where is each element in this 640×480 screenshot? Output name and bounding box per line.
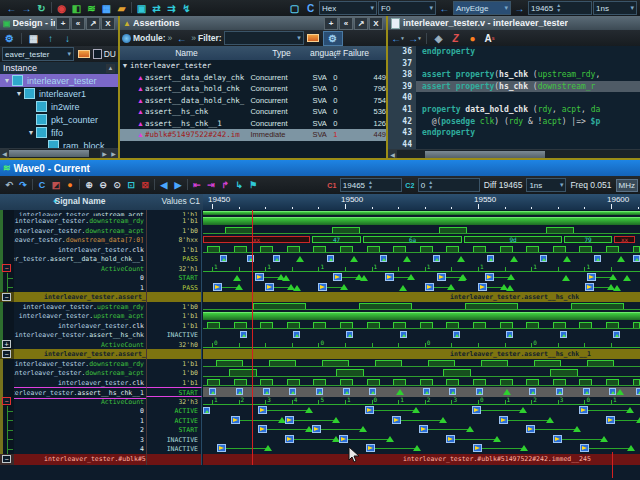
waveform-icon[interactable]: ≋ [84, 2, 99, 15]
rise-edge-icon[interactable]: ↱ [218, 179, 232, 192]
design-button-2[interactable]: ↗ [86, 17, 100, 30]
assertion-group-row[interactable]: ▼interleaver_tester [120, 60, 386, 72]
signal-name-cell[interactable]: ActiveCount [14, 264, 146, 274]
signal-name-cell[interactable]: interleaver_tester.assert__hs_chk__1 [14, 349, 146, 359]
code-line-39[interactable]: 39assert property(hs_chk (downstream_r [388, 81, 640, 93]
signal-name-cell[interactable]: 3 [14, 435, 146, 445]
zoom-cursor-icon[interactable]: ⊡ [124, 179, 138, 192]
scroll-up-icon[interactable]: ▲ [106, 64, 115, 73]
code-line-37[interactable]: 37 [388, 58, 640, 70]
wave-row[interactable]: +interleaver_tester.downstream_data[7:0]… [0, 235, 640, 245]
signal-wave-cell[interactable] [203, 368, 640, 378]
wave-row[interactable]: interleaver_tester.downstream_rdy1'b1 [0, 359, 640, 369]
signal-wave-cell[interactable] [203, 226, 640, 236]
signal-name-cell[interactable]: 1 [14, 283, 146, 293]
eraser-icon[interactable] [306, 32, 321, 45]
assertion-row[interactable]: ▲assert__data_hold_chkConcurrentSVA0796 [120, 83, 386, 95]
trace-icon[interactable]: Z [448, 32, 463, 45]
code-line-41[interactable]: 41property data_hold_chk (rdy, acpt, da [388, 104, 640, 116]
expand-icon[interactable]: − [2, 397, 11, 405]
tree-caret[interactable]: ▼ [26, 129, 36, 136]
wave-row[interactable]: 4INACTIVE [0, 444, 640, 454]
sidebar-item-fifo[interactable]: ▼fifo [0, 126, 118, 139]
time-ruler[interactable]: 19450195001955019600 [203, 194, 640, 210]
bookmark-icon[interactable]: ◈ [431, 32, 446, 45]
signal-name-cell[interactable]: interleaver_tester.assert__hs_chk [14, 292, 146, 302]
signal-name-cell[interactable]: interleaver_tester.clk [14, 321, 146, 331]
nav-forward-icon[interactable]: →▾ [407, 32, 422, 45]
expand-icon[interactable]: − [2, 350, 11, 358]
wave-row[interactable]: interleaver_tester.clk1'b1 [0, 378, 640, 388]
time-unit-select[interactable]: 1ns▾ [593, 1, 637, 15]
signal-wave-cell[interactable] [203, 245, 640, 255]
expand-icon[interactable]: − [2, 293, 11, 301]
breakpoint-icon[interactable]: ◧ [69, 2, 84, 15]
undo-icon[interactable]: ↶ [2, 179, 16, 192]
edge-mode-select[interactable]: AnyEdge▾ [453, 1, 511, 15]
eraser-icon[interactable] [76, 48, 91, 61]
wave-row[interactable]: 0ACTIVE [0, 406, 640, 416]
run-icon[interactable]: ◉ [54, 2, 69, 15]
back-arrow[interactable]: ← [4, 2, 19, 15]
search-back-icon[interactable]: ← [437, 2, 452, 15]
sidebar-item-interleaver_tester[interactable]: ▼interleaver_tester [0, 74, 118, 87]
design-titlebar[interactable]: ▣ Design - interle +«↗X [0, 16, 118, 30]
gear-icon[interactable]: ⚙ [2, 32, 17, 45]
wave-row[interactable]: −ActiveCount32'h31234510123012301 [0, 397, 640, 407]
signal-wave-cell[interactable]: 0000 [203, 340, 640, 350]
wave-row[interactable]: interleaver_tester.upstream_rdy1'b0 [0, 302, 640, 312]
sidebar-item-interleaver1[interactable]: ▼interleaver1 [0, 87, 118, 100]
line-number[interactable]: 39 [388, 81, 416, 93]
zoom-range-icon[interactable]: ⊠ [138, 179, 152, 192]
signal-wave-cell[interactable] [203, 378, 640, 388]
assertions-button-3[interactable]: X [369, 17, 383, 30]
prev-edge-icon[interactable]: ⇤ [190, 179, 204, 192]
forward-arrow[interactable]: → [19, 2, 34, 15]
code-line-38[interactable]: 38assert property(hs_chk (upstream_rdy, [388, 69, 640, 81]
wave-unit-select[interactable]: 1ns▾ [526, 178, 566, 192]
signal-wave-cell[interactable] [203, 254, 640, 264]
signal-name-cell[interactable]: interleaver_tester.clk [14, 245, 146, 255]
sync-icon[interactable]: ⇉ [164, 2, 179, 15]
expand-icon[interactable]: − [2, 455, 11, 463]
signal-wave-cell[interactable] [203, 311, 640, 321]
assertion-row[interactable]: ▲assert__data_delay_chkConcurrentSVA0449 [120, 72, 386, 84]
signal-name-cell[interactable]: interleaver_tester.upstream_rdy [14, 302, 146, 312]
up-arrow-icon[interactable]: ↑ [43, 32, 58, 45]
signal-name-cell[interactable]: 4 [14, 444, 146, 454]
select-region-icon[interactable]: ▢ [287, 2, 302, 15]
signal-name-cell[interactable]: 0 [14, 406, 146, 416]
splitter-vertical-2[interactable] [386, 16, 388, 158]
sidebar-item-in2wire[interactable]: in2wire [0, 100, 118, 113]
tree-caret[interactable]: ▼ [14, 90, 24, 97]
line-number[interactable]: 42 [388, 116, 416, 128]
alert-icon[interactable]: ● [465, 32, 480, 45]
code-view[interactable]: 36endproperty3738assert property(hs_chk … [388, 46, 640, 162]
reload-icon[interactable]: C [35, 179, 49, 192]
design-hscrollbar[interactable]: ◀ ▶▶ [0, 148, 118, 158]
wave-row[interactable]: 2START [0, 425, 640, 435]
gear-button-icon[interactable]: ⚙ [323, 31, 343, 46]
assertion-row[interactable]: ▲assert__hs_chkConcurrentSVA0536 [120, 106, 386, 118]
signal-name-cell[interactable]: interleaver_tester.assert__hs_chk [14, 330, 146, 340]
signal-name-cell[interactable]: interleaver_tester.downstream_acpt [14, 368, 146, 378]
assertion-row[interactable]: ▲assert__hs_chk__1ConcurrentSVA0126 [120, 118, 386, 130]
signal-name-cell[interactable]: interleaver_tester.downstream_acpt [14, 226, 146, 236]
design-button-1[interactable]: « [71, 17, 85, 30]
assertion-row[interactable]: ▲assert__data_hold_chk_ConcurrentSVA0754 [120, 95, 386, 107]
signal-name-cell[interactable]: 0 [14, 273, 146, 283]
signal-name-cell[interactable]: 1 [14, 416, 146, 426]
signal-wave-cell[interactable] [203, 359, 640, 369]
wave-titlebar[interactable]: ≋ Wave0 - Current [0, 160, 640, 176]
signal-name-cell[interactable]: interleaver_tester.clk [14, 378, 146, 388]
signal-wave-cell[interactable]: xx476a9d79xx [203, 235, 640, 245]
reload-icon[interactable]: ↻ [34, 2, 49, 15]
signal-wave-cell[interactable]: interleaver_tester.assert__hs_chk__1 [203, 349, 640, 359]
assertions-table-header[interactable]: Name Type anguage # Failure [120, 46, 386, 60]
wave-row[interactable]: 1ACTIVE [0, 416, 640, 426]
wave-header[interactable]: ✦ Signal Name Values C1 1945019500195501… [0, 194, 640, 210]
line-number[interactable]: 37 [388, 58, 416, 70]
wave-row[interactable]: interleaver_tester.assert__hs_chk__1STAR… [0, 387, 640, 397]
splitter-vertical-1[interactable] [118, 16, 120, 158]
assertions-button-0[interactable]: + [324, 17, 338, 30]
